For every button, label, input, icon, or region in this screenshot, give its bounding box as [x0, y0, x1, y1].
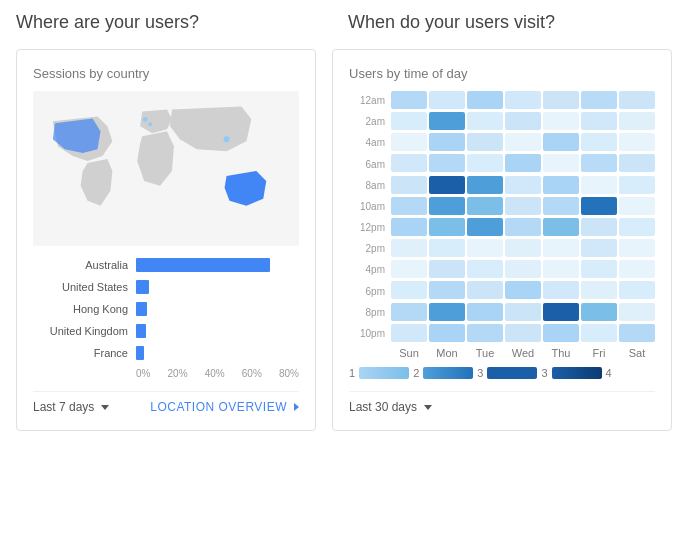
bar-axis: 0% 20% 40% 60% 80% [136, 368, 299, 379]
day-tue: Tue [467, 347, 503, 359]
left-footer-filter[interactable]: Last 7 days [33, 400, 109, 414]
right-section-title: When do your users visit? [348, 12, 672, 33]
legend-color-1 [359, 367, 409, 379]
bar-chart: Australia United States Hong Kong United… [33, 258, 299, 379]
chevron-down-icon [101, 405, 109, 410]
chevron-right-icon [294, 403, 299, 411]
bar-label: United States [33, 281, 128, 293]
heatmap-grid: 12am 2am 4am [349, 91, 655, 343]
bar-row-hk: Hong Kong [33, 302, 299, 316]
day-mon: Mon [429, 347, 465, 359]
bar-label: France [33, 347, 128, 359]
left-panel-header: Sessions by country [33, 66, 299, 81]
time-label-4pm: 4pm [349, 260, 389, 279]
time-label-8pm: 8pm [349, 303, 389, 322]
left-panel-footer: Last 7 days LOCATION OVERVIEW [33, 391, 299, 414]
day-wed: Wed [505, 347, 541, 359]
svg-point-2 [143, 117, 148, 122]
left-panel: Sessions by country [16, 49, 316, 431]
legend-color-2 [423, 367, 473, 379]
bar-row-france: France [33, 346, 299, 360]
bar-row-uk: United Kingdom [33, 324, 299, 338]
right-panel: Users by time of day 12am 2am [332, 49, 672, 431]
bar-row-us: United States [33, 280, 299, 294]
legend-color-4 [552, 367, 602, 379]
time-label-12pm: 12pm [349, 218, 389, 237]
time-label-2pm: 2pm [349, 239, 389, 258]
time-label-8am: 8am [349, 176, 389, 195]
bar-label: Hong Kong [33, 303, 128, 315]
time-label-10am: 10am [349, 197, 389, 216]
right-panel-footer: Last 30 days [349, 391, 655, 414]
heatmap-legend: 1 2 3 3 4 [349, 367, 655, 379]
day-sun: Sun [391, 347, 427, 359]
chevron-down-icon [424, 405, 432, 410]
time-label-2am: 2am [349, 112, 389, 131]
day-sat: Sat [619, 347, 655, 359]
day-thu: Thu [543, 347, 579, 359]
right-panel-header: Users by time of day [349, 66, 655, 81]
time-label-6am: 6am [349, 154, 389, 173]
left-section-title: Where are your users? [16, 12, 332, 33]
bar-row-australia: Australia [33, 258, 299, 272]
right-footer-filter[interactable]: Last 30 days [349, 400, 432, 414]
svg-point-1 [224, 136, 230, 142]
heatmap: 12am 2am 4am [349, 91, 655, 379]
time-label-12am: 12am [349, 91, 389, 110]
legend-color-3 [487, 367, 537, 379]
bar-label: Australia [33, 259, 128, 271]
time-label-6pm: 6pm [349, 281, 389, 300]
location-overview-link[interactable]: LOCATION OVERVIEW [150, 400, 299, 414]
time-label-10pm: 10pm [349, 324, 389, 343]
svg-point-3 [148, 122, 152, 126]
time-label-4am: 4am [349, 133, 389, 152]
world-map [33, 91, 299, 246]
bar-label: United Kingdom [33, 325, 128, 337]
day-fri: Fri [581, 347, 617, 359]
day-labels: Sun Mon Tue Wed Thu Fri Sat [349, 347, 655, 359]
